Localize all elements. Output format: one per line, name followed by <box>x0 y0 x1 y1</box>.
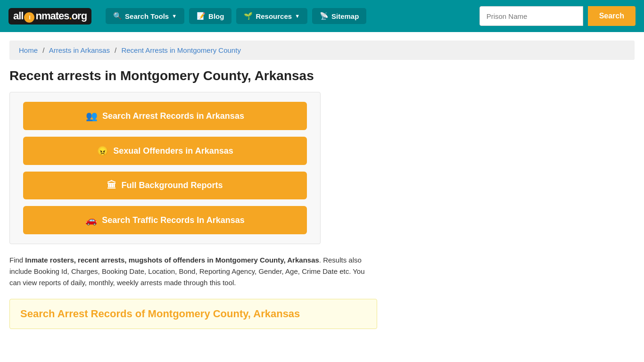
traffic-records-icon: 🚗 <box>85 214 97 226</box>
resources-button[interactable]: 🌱 Resources ▼ <box>236 8 307 24</box>
search-records-section: Search Arrest Records of Montgomery Coun… <box>9 299 377 329</box>
background-reports-icon: 🏛 <box>107 180 116 191</box>
logo-dot: I <box>24 12 34 23</box>
sex-offenders-button[interactable]: 😠 Sexual Offenders in Arkansas <box>23 137 307 165</box>
search-tools-icon: 🔍 <box>113 12 122 20</box>
sex-offenders-icon: 😠 <box>97 145 108 156</box>
page-title: Recent arrests in Montgomery County, Ark… <box>9 68 635 83</box>
arrest-records-button[interactable]: 👥 Search Arrest Records in Arkansas <box>23 102 307 130</box>
navbar: allInmates.org 🔍 Search Tools ▼ 📝 Blog 🌱… <box>0 0 644 32</box>
prison-name-input[interactable] <box>479 6 583 26</box>
search-records-title: Search Arrest Records of Montgomery Coun… <box>20 308 366 320</box>
traffic-records-button[interactable]: 🚗 Search Traffic Records In Arkansas <box>23 206 307 234</box>
action-button-panel: 👥 Search Arrest Records in Arkansas 😠 Se… <box>9 92 321 244</box>
search-tools-arrow-icon: ▼ <box>172 13 177 19</box>
sitemap-button[interactable]: 📡 Sitemap <box>312 8 366 24</box>
logo[interactable]: allInmates.org <box>8 8 91 25</box>
arrest-records-icon: 👥 <box>86 110 98 122</box>
sitemap-icon: 📡 <box>320 12 329 20</box>
logo-org: org <box>72 10 87 22</box>
breadcrumb-current: Recent Arrests in Montgomery County <box>121 46 240 54</box>
main-content: Recent arrests in Montgomery County, Ark… <box>0 60 644 329</box>
breadcrumb-arrests[interactable]: Arrests in Arkansas <box>49 46 110 54</box>
breadcrumb: Home / Arrests in Arkansas / Recent Arre… <box>9 41 635 60</box>
logo-nmates: nmates <box>35 10 69 22</box>
prison-search-button[interactable]: Search <box>588 6 636 26</box>
page-description: Find Inmate rosters, recent arrests, mug… <box>9 255 377 288</box>
logo-all: all <box>13 10 23 22</box>
blog-icon: 📝 <box>197 12 206 20</box>
resources-icon: 🌱 <box>244 12 253 20</box>
blog-button[interactable]: 📝 Blog <box>189 8 231 24</box>
background-reports-button[interactable]: 🏛 Full Background Reports <box>23 172 307 199</box>
breadcrumb-home[interactable]: Home <box>19 46 38 54</box>
resources-arrow-icon: ▼ <box>295 13 300 19</box>
breadcrumb-sep2: / <box>115 46 116 54</box>
search-tools-button[interactable]: 🔍 Search Tools ▼ <box>106 8 184 24</box>
breadcrumb-sep1: / <box>42 46 44 54</box>
